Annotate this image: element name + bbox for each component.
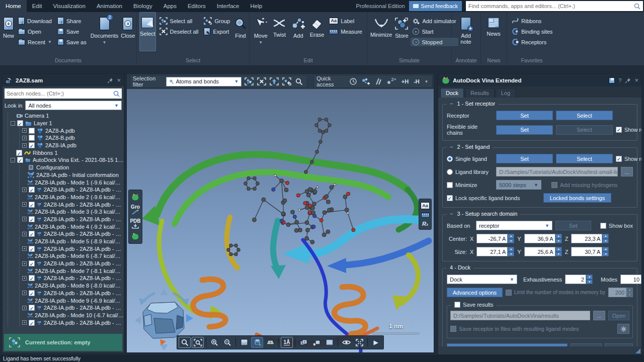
results-browse-button[interactable]: ... — [593, 311, 605, 320]
panel-resize-grip[interactable] — [438, 346, 641, 354]
close-button[interactable]: × Close — [120, 12, 135, 51]
flexible-set-button[interactable]: Set — [496, 125, 553, 135]
collapse-icon[interactable]: − — [450, 101, 453, 107]
fullscreen-button[interactable] — [353, 337, 365, 348]
play-button[interactable]: ▶ — [370, 337, 382, 348]
zoom-fit-button[interactable] — [179, 337, 191, 348]
center-z-spinner[interactable]: 23,3 A▲▼ — [571, 234, 609, 243]
copy-view-button[interactable] — [297, 337, 309, 348]
stopped-button[interactable]: ▪Stopped — [411, 38, 458, 46]
tree-item[interactable]: +2AZ8-IA.pdb — [5, 142, 124, 149]
twist-button[interactable]: Twist — [271, 12, 288, 51]
size-x-spinner[interactable]: 27,1 A▲▼ — [476, 247, 514, 256]
deselect-button[interactable] — [256, 76, 267, 86]
favorite-receptors-button[interactable]: Receptors — [510, 38, 554, 46]
search-nodes-box[interactable] — [5, 88, 122, 99]
zoom-in-button[interactable] — [208, 337, 220, 348]
select-group-button[interactable] — [244, 76, 254, 86]
new-button[interactable]: + New — [3, 12, 15, 51]
viewport-3d-canvas[interactable]: Gro PDB Aa R₃ — [127, 89, 434, 352]
tree-item[interactable]: -AutoDock Vina Ext. - 2021-08-15 13h51m3… — [5, 156, 124, 164]
tree-item[interactable]: -Layer 1 — [5, 120, 124, 127]
lock-bonds-checkbox[interactable]: Lock specific ligand bonds — [447, 195, 540, 201]
tree-item[interactable]: 2AZ8-IA.pdb - Mode 6 (-8.7 kcal/mol; 4.3… — [5, 252, 124, 260]
tree-item[interactable]: 2AZ8-IA.pdb - Mode 7 (-8.1 kcal/mol; 2.7… — [5, 267, 124, 275]
dock-mode-dropdown[interactable]: Dock▼ — [447, 275, 517, 284]
tree-expander[interactable]: + — [22, 217, 27, 221]
tree-item[interactable]: +2AZ8-IA.pdb - 2AZ8-IA.pdb - Mode 1 (-9.… — [5, 186, 124, 194]
ground-plane-button[interactable] — [264, 337, 276, 348]
tree-expander[interactable]: + — [22, 136, 27, 140]
tree-item[interactable]: +2AZ8-IA.pdb - 2AZ8-IA.pdb - Mode 5 (-8.… — [5, 245, 124, 252]
quick-access-more-button[interactable]: ▼ — [423, 76, 429, 86]
rotate-r3-button[interactable]: R₃ — [422, 221, 428, 226]
pdb-downloader-button[interactable]: PDB — [130, 219, 140, 229]
add-hydrogens-button[interactable]: +H — [400, 76, 410, 86]
expand-selection-button[interactable] — [281, 76, 292, 86]
tree-expander[interactable]: + — [22, 128, 27, 133]
receptor-set-button[interactable]: Set — [496, 111, 553, 120]
tree-checkbox[interactable] — [29, 202, 35, 208]
save-settings-icon[interactable] — [609, 77, 615, 83]
center-y-spinner[interactable]: 36,9 A▲▼ — [524, 234, 562, 243]
tree-checkbox[interactable] — [29, 320, 35, 326]
save-results-checkbox[interactable]: Save results — [454, 302, 494, 308]
collapse-icon[interactable]: − — [450, 144, 453, 150]
menu-tab-animation[interactable]: Animation — [91, 0, 128, 12]
bonds-button[interactable] — [373, 76, 383, 86]
measure-tool-button[interactable] — [421, 213, 430, 218]
menu-tab-visualization[interactable]: Visualization — [48, 0, 91, 12]
select-button[interactable]: Select — [139, 12, 156, 51]
save-receptor-checkbox[interactable]: Save receptor in files with resulting li… — [450, 326, 614, 332]
select-upward-button[interactable] — [269, 76, 279, 86]
results-path-field[interactable]: D:/Samples/Tutorials/AutoDockVina/result… — [450, 311, 590, 320]
tree-expander[interactable]: - — [11, 121, 15, 126]
menu-tab-help[interactable]: Help — [245, 0, 268, 12]
tree-item[interactable]: +2AZ8-IA.pdb - 2AZ8-IA.pdb - Mode 4 (-9.… — [5, 230, 124, 238]
command-search-input[interactable] — [468, 3, 634, 9]
library-browse-button[interactable]: ... — [621, 167, 633, 176]
tree-item[interactable]: 2AZ8-IA.pdb - Mode 5 (-8.9 kcal/mol; 3.5… — [5, 238, 124, 245]
charge-button[interactable]: 2+ — [385, 76, 398, 86]
size-z-spinner[interactable]: 30,7 A▲▼ — [571, 247, 609, 256]
tree-checkbox[interactable] — [29, 246, 35, 252]
tree-checkbox[interactable] — [17, 157, 23, 163]
save-as-button[interactable]: Save as — [55, 38, 89, 46]
minimize-checkbox[interactable]: Minimize — [447, 182, 493, 188]
minimize-button[interactable]: Minimize — [370, 12, 392, 51]
domain-set-button[interactable]: Set — [555, 221, 591, 230]
based-on-dropdown[interactable]: receptor▼ — [476, 221, 552, 230]
group-button[interactable]: Group — [202, 17, 232, 25]
tree-item[interactable]: +2AZ8-IA.pdb - 2AZ8-IA.pdb - Mode 10 (-6… — [5, 319, 124, 326]
collapse-icon[interactable]: − — [450, 211, 453, 217]
tree-item[interactable]: 2AZ8-IA.pdb - Initial conformation — [5, 171, 124, 179]
selection-filter-dropdown[interactable]: Atoms and bonds▼ — [166, 77, 242, 86]
news-button[interactable]: News — [484, 12, 504, 51]
tree-expander[interactable]: + — [22, 306, 27, 310]
select-all-button[interactable]: Select all — [157, 17, 201, 25]
results-open-button[interactable]: Open — [608, 311, 629, 320]
samson-connect-icon[interactable] — [131, 193, 140, 201]
tree-expander[interactable]: + — [22, 232, 27, 236]
menu-tab-apps[interactable]: Apps — [158, 0, 182, 12]
tree-expander[interactable]: + — [22, 143, 27, 148]
tree-checkbox[interactable] — [29, 275, 35, 281]
library-path-field[interactable]: D:/Samples/Tutorials/AutoDockVina/test-s… — [496, 167, 618, 176]
size-y-spinner[interactable]: 25,6 A▲▼ — [524, 247, 562, 256]
gromacs-wizard-button[interactable]: Gro — [131, 205, 140, 215]
documents-button[interactable]: 2 Documents ▼ — [90, 12, 119, 51]
text-label-button[interactable]: Aa — [421, 202, 430, 209]
history-button[interactable] — [348, 76, 359, 86]
menu-tab-editors[interactable]: Editors — [182, 0, 211, 12]
search-selection-button[interactable] — [294, 76, 304, 86]
help-icon[interactable]: ? — [618, 77, 621, 83]
tree-expander[interactable]: + — [22, 246, 27, 251]
download-button[interactable]: ↓Download — [16, 17, 54, 25]
recent-button[interactable]: Recent▼ — [16, 38, 54, 46]
find-button[interactable]: Find — [233, 12, 248, 51]
tree-checkbox[interactable] — [29, 128, 35, 134]
single-ligand-radio[interactable]: Single ligand — [447, 156, 493, 162]
add-simulator-button[interactable]: Add simulator — [411, 17, 458, 25]
tree-expander[interactable]: + — [22, 276, 27, 281]
open-button[interactable]: Open — [16, 27, 54, 36]
